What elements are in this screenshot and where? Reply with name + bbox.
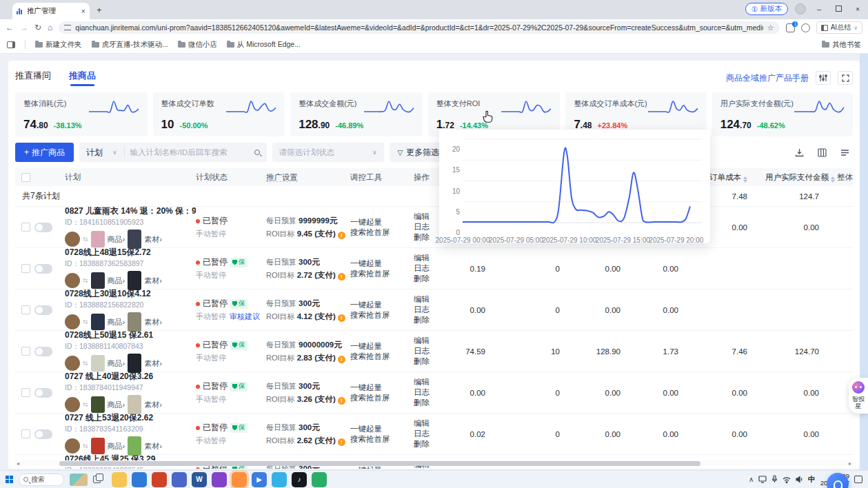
material-thumbnail[interactable] (128, 354, 141, 373)
ai-summary-button[interactable]: AI总结 ∨ (816, 21, 862, 34)
daily-budget[interactable]: 每日预算 300元 (266, 257, 350, 267)
taskbar-app-icon[interactable] (272, 472, 287, 487)
plan-title[interactable]: 0727 线上53退20保2.62 (65, 412, 196, 424)
tray-expand-icon[interactable]: ∧ (749, 476, 754, 483)
url-input[interactable]: qianchuan.jinritemai.com/uni-prom?aavid=… (59, 21, 779, 34)
col-overall[interactable]: 整体 (837, 172, 860, 183)
one-key-boost-link[interactable]: 一键起量 (350, 383, 414, 393)
plan-toggle[interactable] (34, 264, 52, 274)
col-user-pay[interactable]: 用户实际支付金额 (765, 172, 837, 183)
daily-budget[interactable]: 每日预算 300元 (266, 381, 350, 392)
material-link[interactable]: 素材› (144, 276, 162, 286)
export-icon[interactable] (791, 144, 807, 161)
microphone-icon[interactable] (771, 474, 778, 486)
edit-link[interactable]: 编辑 (414, 294, 447, 305)
product-thumbnail[interactable] (91, 355, 105, 372)
plan-toggle[interactable] (34, 223, 52, 232)
bookmark-item[interactable]: 从 Microsoft Edge... (227, 40, 301, 50)
log-link[interactable]: 日志 (414, 346, 447, 356)
network-icon[interactable] (783, 474, 791, 486)
plan-title[interactable]: 0827 儿童雨衣 14% 退：20% 保：9.92 (65, 207, 196, 217)
notification-center-icon[interactable] (854, 476, 862, 483)
taskbar-app-icon[interactable] (232, 472, 247, 487)
bookmark-item[interactable]: 新建文件夹 (35, 40, 82, 50)
tab-live-room[interactable]: 推直播间 (15, 70, 51, 86)
stat-card[interactable]: 整体成交订单数 10 -50.00% (153, 92, 285, 136)
scrollbar-thumb[interactable] (59, 461, 700, 466)
log-link[interactable]: 日志 (414, 429, 447, 439)
delete-link[interactable]: 删除 (414, 315, 447, 325)
material-link[interactable]: 素材› (144, 358, 162, 369)
col-settings[interactable]: 推广设置 (266, 172, 350, 183)
promote-product-button[interactable]: + 推广商品 (15, 143, 74, 162)
new-version-button[interactable]: ①新版本 (745, 3, 788, 15)
taskbar-app-icon[interactable]: ♪ (292, 472, 307, 487)
window-maximize-button[interactable] (832, 5, 845, 13)
delete-link[interactable]: 删除 (414, 356, 447, 367)
delete-link[interactable]: 删除 (414, 274, 447, 284)
search-top-screen-link[interactable]: 搜索抢首屏 (350, 393, 414, 403)
taskbar-app-icon[interactable] (312, 472, 327, 487)
product-thumbnail[interactable] (91, 231, 105, 247)
taskbar-app-icon[interactable] (112, 472, 127, 487)
tab-products[interactable]: 推商品 (69, 70, 96, 86)
plan-title[interactable]: 0727 线上40退20保3.26 (65, 371, 196, 383)
home-icon[interactable]: ⌂ (48, 23, 52, 32)
one-key-boost-link[interactable]: 一键起量 (350, 300, 414, 310)
forward-icon[interactable]: → (20, 23, 28, 32)
log-link[interactable]: 日志 (414, 263, 447, 274)
row-checkbox[interactable] (21, 347, 30, 356)
product-link[interactable]: 商品› (108, 441, 125, 451)
product-thumbnail[interactable] (91, 396, 105, 413)
site-settings-icon[interactable] (64, 25, 71, 30)
stat-card[interactable]: 用户实际支付金额(元) 124 .70 -48.62% (712, 92, 853, 136)
product-link[interactable]: 商品› (108, 358, 125, 369)
col-tools[interactable]: 调控工具 (350, 172, 414, 183)
roi-target[interactable]: ROI目标 4.12 (支付) ! (266, 312, 350, 322)
reload-icon[interactable]: ↻ (34, 23, 41, 32)
one-key-boost-link[interactable]: 一键起量 (350, 258, 414, 269)
daily-budget[interactable]: 每日预算 9999999元 (266, 216, 350, 226)
roi-target[interactable]: ROI目标 9.45 (支付) ! (266, 229, 350, 239)
row-checkbox[interactable] (21, 264, 30, 273)
plan-toggle[interactable] (34, 388, 52, 398)
daily-budget[interactable]: 每日预算 300元 (266, 298, 350, 309)
search-top-screen-link[interactable]: 搜索抢首屏 (350, 269, 414, 279)
taskbar-app-icon[interactable]: ▶ (252, 472, 267, 487)
search-top-screen-link[interactable]: 搜索抢首屏 (350, 227, 414, 238)
daily-budget[interactable]: 每日预算 90000009元 (266, 340, 350, 350)
log-link[interactable]: 日志 (414, 305, 447, 315)
col-plan[interactable]: 计划 (65, 172, 196, 183)
material-thumbnail[interactable] (128, 395, 141, 414)
row-checkbox[interactable] (21, 223, 30, 232)
plan-type-select[interactable]: 计划 ∨ (79, 147, 124, 159)
review-suggestion-link[interactable]: 审核建议 (230, 312, 260, 322)
plan-status-select[interactable]: 请筛选计划状态 ∨ (272, 143, 384, 162)
volume-icon[interactable] (796, 474, 803, 486)
plan-title[interactable]: 0728线上50退15 保2.61 (65, 329, 196, 341)
bookmark-item[interactable]: 微信小店 (178, 40, 217, 50)
taskbar-app-icon[interactable]: W (192, 472, 207, 487)
delete-link[interactable]: 删除 (414, 439, 447, 449)
assistant-widget[interactable]: 智投星 (849, 378, 868, 414)
taskbar-app-icon[interactable] (172, 472, 187, 487)
product-thumbnail[interactable] (91, 272, 105, 289)
one-key-boost-link[interactable]: 一键起量 (350, 424, 414, 434)
bookmark-item[interactable]: 虎牙直播-技术驱动... (92, 40, 168, 50)
material-link[interactable]: 素材› (144, 317, 162, 327)
columns-icon[interactable] (814, 144, 830, 161)
material-thumbnail[interactable] (128, 230, 141, 249)
display-icon[interactable] (758, 474, 767, 486)
plan-toggle[interactable] (34, 305, 52, 315)
plan-toggle[interactable] (34, 429, 52, 439)
scroll-left-icon[interactable]: ◂ (17, 460, 19, 467)
scroll-right-icon[interactable]: ▸ (849, 460, 851, 467)
plan-toggle[interactable] (34, 347, 52, 356)
material-link[interactable]: 素材› (144, 234, 162, 245)
col-status[interactable]: 计划状态 (196, 172, 266, 183)
material-thumbnail[interactable] (128, 436, 141, 456)
product-link[interactable]: 商品› (108, 400, 125, 410)
custom-columns-icon[interactable] (836, 144, 853, 161)
stat-card[interactable]: 整体成交金额(元) 128 .90 -46.89% (290, 92, 423, 136)
roi-target[interactable]: ROI目标 3.26 (支付) ! (266, 394, 350, 405)
